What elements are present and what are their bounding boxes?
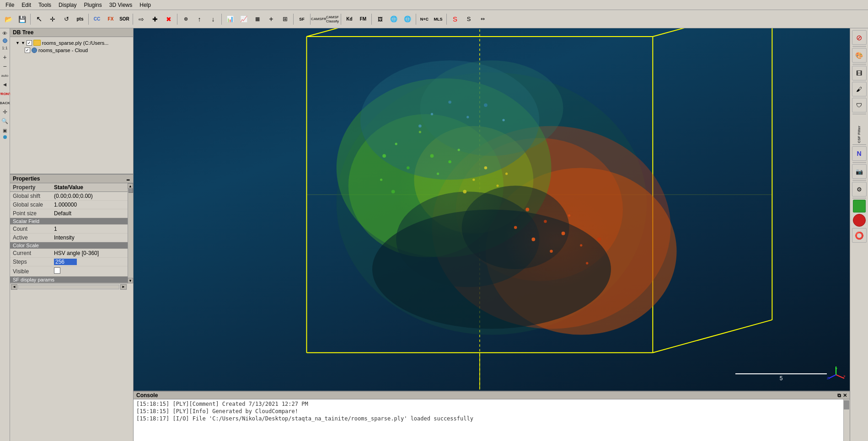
sidebar-dot-icon[interactable] (3, 38, 7, 43)
sidebar-plus-icon[interactable]: + (1, 53, 9, 61)
toolbar-fm-btn[interactable]: FM (357, 13, 370, 26)
toolbar-img-btn[interactable]: 🖼 (374, 13, 386, 26)
toolbar-camsf-btn[interactable]: CAMSFR (312, 13, 325, 26)
toolbar-arrows-btn[interactable]: ⇔ (476, 13, 489, 26)
toolbar-down-btn[interactable]: ↓ (207, 13, 220, 26)
props-vscroll[interactable]: ▲ ▼ (128, 183, 133, 283)
props-scroll-down[interactable]: ▼ (128, 278, 133, 283)
tree-cloud-checkbox[interactable]: ✓ (25, 48, 30, 53)
toolbar-sor-btn[interactable]: SOR (118, 13, 131, 26)
rsb-macro-btn[interactable]: ⚙ (852, 182, 867, 197)
toolbar-mls-btn[interactable]: MLS (432, 13, 445, 26)
toolbar-add-btn[interactable]: + (265, 13, 278, 26)
rsb-camera-btn[interactable]: 📷 (852, 164, 867, 179)
rsb-color-btn[interactable]: 🎨 (852, 48, 867, 63)
toolbar-cross-btn[interactable]: ✚ (149, 13, 161, 26)
props-row-globalshift: Global shift (0.00;0.00;0.00) (10, 192, 133, 201)
toolbar-sf-btn[interactable]: SF (295, 13, 308, 26)
tree-expand-arrow2[interactable]: ▼ (21, 41, 25, 45)
viewport-3d[interactable]: 5 X Y Z (134, 28, 850, 391)
toolbar-graph-btn[interactable]: 📈 (237, 13, 250, 26)
toolbar-web-btn[interactable]: 🌐 (387, 13, 400, 26)
props-scroll-up[interactable]: ▲ (128, 183, 133, 189)
rsb-red-btn[interactable] (853, 214, 866, 227)
toolbar-s2-btn[interactable]: S (462, 13, 475, 26)
sidebar-back-icon[interactable]: BACK (1, 99, 9, 107)
hscroll-left-btn[interactable]: ◄ (11, 284, 17, 290)
toolbar-rotate-btn[interactable]: ↺ (60, 13, 73, 26)
sidebar-select-icon[interactable]: ▣ (1, 126, 9, 134)
toolbar-kd-btn[interactable]: Kd (343, 13, 356, 26)
tree-root-label: rooms_sparse.ply (C:/Users... (42, 40, 108, 46)
rsb-sep6 (852, 180, 866, 181)
rsb-vector-n-btn[interactable]: N (852, 146, 867, 161)
menu-file[interactable]: File (2, 1, 18, 9)
hscroll-track[interactable] (18, 285, 119, 289)
sidebar-minus-icon[interactable]: − (1, 62, 9, 70)
toolbar-cc-btn[interactable]: CC (91, 13, 103, 26)
console-line-1: [15:18:15] [PLY][Comment] Created 7/13/2… (136, 400, 841, 408)
toolbar-select-btn[interactable]: ↖ (32, 13, 45, 26)
properties-collapse-btn[interactable]: 🗕 (126, 176, 130, 181)
menu-tools[interactable]: Tools (35, 1, 55, 9)
tree-root-item[interactable]: ▼ ▼ ✓ rooms_sparse.ply (C:/Users... (14, 39, 131, 47)
rsb-no-action-btn[interactable]: ⊘ (852, 30, 867, 45)
props-row-active: Active Intensity (10, 234, 133, 242)
tree-cloud-item[interactable]: ✓ rooms_sparse - Cloud (23, 47, 131, 54)
rsb-green-btn[interactable] (853, 200, 866, 213)
toolbar-red-s-btn[interactable]: S (449, 13, 461, 26)
coord-axes-svg: X Y Z (827, 366, 845, 384)
menu-3dviews[interactable]: 3D Views (106, 1, 136, 9)
rsb-ring-btn[interactable]: ⭕ (852, 228, 867, 243)
prop-visible-val[interactable] (51, 266, 133, 276)
sidebar-front-icon[interactable]: FRONT (1, 90, 9, 98)
svg-point-21 (420, 60, 563, 156)
toolbar-web2-btn[interactable]: 🌐 (401, 13, 414, 26)
console-vscroll[interactable] (843, 399, 850, 441)
toolbar-arrow-btn[interactable]: ⇨ (135, 13, 148, 26)
rsb-shield-btn[interactable]: 🛡 (852, 98, 867, 112)
rsb-paint-btn[interactable]: 🖌 (852, 82, 867, 96)
toolbar-camsfcl-btn[interactable]: CAMSFClassify (326, 13, 339, 26)
toolbar-save-btn[interactable]: 💾 (16, 13, 28, 26)
sidebar-eye-icon[interactable]: 👁 (1, 29, 9, 37)
sidebar-auto-icon[interactable]: auto (1, 71, 9, 80)
sidebar-pan-icon[interactable]: ✛ (1, 108, 9, 116)
steps-input[interactable] (54, 259, 77, 265)
toolbar-pick-btn[interactable]: ⊕ (179, 13, 192, 26)
console-header: Console ⧉ ✕ (134, 392, 850, 399)
menu-display[interactable]: Display (55, 1, 80, 9)
props-hscroll[interactable]: ◄ ► (10, 283, 128, 290)
toolbar-nc-btn[interactable]: N+C (418, 13, 431, 26)
main-layout: 👁 1:1 + − auto ◄ FRONT BACK ✛ 🔍 ▣ DB Tre… (0, 28, 868, 441)
toolbar-open-btn[interactable]: 📂 (2, 13, 15, 26)
visible-checkbox[interactable] (54, 267, 60, 274)
toolbar-points-btn[interactable]: pts (74, 13, 86, 26)
toolbar-box-btn[interactable]: ▦ (251, 13, 264, 26)
prop-steps-val-cell[interactable] (51, 258, 133, 266)
rsb-film-btn[interactable]: 🎞 (852, 66, 867, 80)
console-panel: Console ⧉ ✕ [15:18:15] [PLY][Comment] Cr… (134, 391, 850, 441)
svg-line-60 (829, 375, 836, 378)
tree-root-checkbox[interactable]: ✓ (27, 40, 32, 46)
sidebar-search-icon[interactable]: 🔍 (1, 117, 9, 125)
console-close-btn[interactable]: ✕ (843, 393, 847, 398)
hscroll-right-btn[interactable]: ► (120, 284, 127, 290)
toolbar-fx-btn[interactable]: FX (104, 13, 117, 26)
sidebar-dot2-icon[interactable] (3, 135, 7, 139)
sidebar-arrow-left-icon[interactable]: ◄ (1, 80, 9, 89)
console-float-btn[interactable]: ⧉ (837, 393, 841, 398)
console-scroll-thumb[interactable] (844, 400, 849, 409)
menu-plugins[interactable]: Plugins (80, 1, 105, 9)
toolbar-delete-btn[interactable]: ✖ (162, 13, 175, 26)
menu-help[interactable]: Help (136, 1, 155, 9)
tree-expand-arrow[interactable]: ▼ (16, 41, 20, 45)
toolbar-chart-btn[interactable]: 📊 (224, 13, 236, 26)
menu-edit[interactable]: Edit (18, 1, 35, 9)
svg-point-50 (484, 103, 488, 107)
prop-current-key: Current (10, 249, 51, 258)
toolbar-up-btn[interactable]: ↑ (193, 13, 206, 26)
toolbar-grid-btn[interactable]: ⊞ (279, 13, 291, 26)
toolbar-move-btn[interactable]: ✛ (46, 13, 59, 26)
svg-point-46 (505, 173, 508, 175)
